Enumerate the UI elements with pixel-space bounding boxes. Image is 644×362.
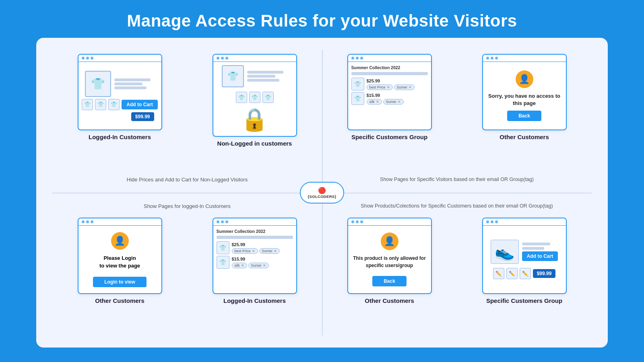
coll-img-1-bottom: 👕 xyxy=(217,241,229,254)
browser-logged-collection: Summer Collection 2022 👕 $25.99 best Pri… xyxy=(213,218,297,294)
browser-body-other-top: 👤 Sorry, you have no access to this page… xyxy=(483,62,566,130)
dot17 xyxy=(221,220,224,223)
tag-x-1[interactable]: ✕ xyxy=(387,85,390,89)
tshirt-icon: 👕 xyxy=(91,77,105,90)
collection-title-top: Summer Collection 2022 xyxy=(351,65,428,70)
dot3 xyxy=(91,57,93,60)
shoe-product-row: 👟 Add to Cart xyxy=(486,240,563,264)
dot19 xyxy=(351,220,354,223)
locked-line-1 xyxy=(247,71,283,74)
browser-other-top: 👤 Sorry, you have no access to this page… xyxy=(482,54,567,130)
back-button-top[interactable]: Back xyxy=(507,111,541,121)
collection-body-top: Summer Collection 2022 👕 $25.99 best Pri… xyxy=(348,62,431,110)
shoe-line-1 xyxy=(522,243,550,245)
tag-sumer-2-bottom: Sumer ✕ xyxy=(248,263,269,268)
collection-item-1-top: 👕 $25.99 best Price ✕ Sumer ✕ xyxy=(351,78,428,90)
top-grid: 👕 👕 👕 👕 Add to Cart xyxy=(52,50,592,172)
collection-item-2-top: 👕 $15.99 silk ✕ Sumer ✕ xyxy=(351,92,428,105)
add-to-cart-shoe[interactable]: Add to Cart xyxy=(522,251,558,261)
no-access-message-top: Sorry, you have no access to this page xyxy=(486,93,563,107)
tag-x-8[interactable]: ✕ xyxy=(263,263,266,267)
main-card: 🔴 {SOLCODERS} 👕 xyxy=(36,38,608,348)
mini-locked-2: 👕 xyxy=(249,92,260,103)
tag-x-3[interactable]: ✕ xyxy=(376,100,379,104)
section-logged-in-customers-top: 👕 👕 👕 👕 Add to Cart xyxy=(52,50,187,172)
dot15 xyxy=(91,220,93,223)
browser-bar-3 xyxy=(348,55,431,62)
text-lines xyxy=(114,78,155,89)
mini-tshirt-3: 👕 xyxy=(111,101,117,107)
avatar-icon-login: 👤 xyxy=(114,236,125,246)
locked-line-3 xyxy=(247,79,279,82)
mini-locked-3: 👕 xyxy=(262,92,274,103)
browser-logged-in: 👕 👕 👕 👕 Add to Cart xyxy=(78,54,162,130)
tag-row-1-top: best Price ✕ Sumer ✕ xyxy=(367,84,428,90)
restricted-message: This product is only allowed for specifi… xyxy=(351,255,428,269)
browser-bar-8 xyxy=(483,218,566,226)
text-line-3 xyxy=(114,86,147,89)
collection-search-bottom xyxy=(217,236,293,239)
browser-shoe: 👟 Add to Cart ✏️ ✏️ ✏️ $99.99 xyxy=(482,218,567,294)
logo-fire-icon: 🔴 xyxy=(318,187,326,194)
tag-x-7[interactable]: ✕ xyxy=(241,263,244,267)
add-to-cart-button-top[interactable]: Add to Cart xyxy=(122,100,157,109)
back-button-restricted[interactable]: Back xyxy=(372,276,407,286)
tag-silk-bottom: silk ✕ xyxy=(232,263,247,268)
tag-row-2-bottom: silk ✕ Sumer ✕ xyxy=(232,263,293,268)
top-desc-right: Show Pages for Specific Visitors based o… xyxy=(322,177,592,182)
avatar-icon-other-top: 👤 xyxy=(519,74,530,84)
page-title: Manage Access Rules for your Website Vis… xyxy=(127,0,517,38)
browser-body-non-logged: 👕 👕 👕 👕 🔒 xyxy=(213,62,296,136)
coll-price-2-bottom: $15.99 xyxy=(232,257,293,261)
tag-sumer-1-bottom: Sumer ✕ xyxy=(259,248,280,254)
section-restricted: 👤 This product is only allowed for speci… xyxy=(322,214,457,335)
dot18 xyxy=(225,220,228,223)
shoe-mini-2: ✏️ xyxy=(506,268,518,279)
collection-title-bottom: Summer Collection 2022 xyxy=(217,229,293,234)
dot10 xyxy=(486,57,489,60)
label-specific-group-top: Specific Customers Group xyxy=(351,134,427,140)
coll-info-2-bottom: $15.99 silk ✕ Sumer ✕ xyxy=(232,257,293,268)
tag-sumer-2-top: Sumer ✕ xyxy=(383,99,404,105)
dot8 xyxy=(356,57,359,60)
tag-x-4[interactable]: ✕ xyxy=(398,100,401,104)
dot20 xyxy=(356,220,359,223)
locked-line-2 xyxy=(247,75,275,78)
non-logged-product-row: 👕 xyxy=(217,65,293,87)
avatar-icon-restricted: 👤 xyxy=(384,236,395,247)
coll-price-2-top: $15.99 xyxy=(367,93,428,98)
browser-bar-2 xyxy=(213,55,296,62)
browser-restricted: 👤 This product is only allowed for speci… xyxy=(347,218,432,294)
browser-login: 👤 Please Loginto view the page Login to … xyxy=(78,218,162,294)
coll-price-1-bottom: $25.99 xyxy=(232,242,293,247)
mini-box-2: 👕 xyxy=(95,99,106,110)
browser-bar-7 xyxy=(348,218,431,226)
browser-body-shoe: 👟 Add to Cart ✏️ ✏️ ✏️ $99.99 xyxy=(483,226,566,293)
dot14 xyxy=(86,220,89,223)
avatar-other-top: 👤 xyxy=(516,70,533,88)
lock-icon: 🔒 xyxy=(241,107,268,133)
shoe-image: 👟 xyxy=(491,240,519,264)
tag-x-2[interactable]: ✕ xyxy=(409,85,412,89)
dot21 xyxy=(360,220,363,223)
tag-x-5[interactable]: ✕ xyxy=(252,249,255,253)
mini-icons-row: 👕 👕 👕 Add to Cart xyxy=(82,99,157,110)
label-other-top: Other Customers xyxy=(500,134,549,140)
mini-locked-1: 👕 xyxy=(236,92,247,103)
dot1 xyxy=(82,57,85,60)
label-logged-in-top: Logged-In Customers xyxy=(89,134,151,140)
tag-bestprice-bottom: best Price ✕ xyxy=(232,248,258,254)
mini-box-1: 👕 xyxy=(82,99,93,110)
mini-icons-non-logged: 👕 👕 👕 xyxy=(236,92,274,103)
dot9 xyxy=(360,57,363,60)
tag-x-6[interactable]: ✕ xyxy=(274,249,277,253)
section-other-login: 👤 Please Loginto view the page Login to … xyxy=(52,214,187,335)
price-badge-top: $99.99 xyxy=(131,112,154,121)
section-specific-shoe: 👟 Add to Cart ✏️ ✏️ ✏️ $99.99 xyxy=(457,214,592,335)
center-logo-badge: 🔴 {SOLCODERS} xyxy=(300,182,344,204)
logo-text: {SOLCODERS} xyxy=(308,194,336,199)
collection-item-1-bottom: 👕 $25.99 best Price ✕ Sumer ✕ xyxy=(217,241,293,254)
dot2 xyxy=(86,57,89,60)
login-button[interactable]: Login to view xyxy=(93,277,147,287)
dot11 xyxy=(491,57,493,60)
